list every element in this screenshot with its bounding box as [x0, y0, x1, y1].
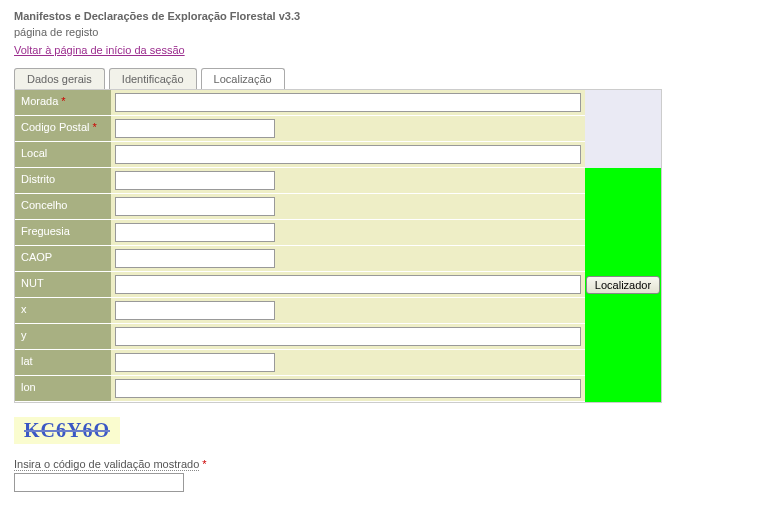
tabs: Dados gerais Identificação Localização: [14, 68, 749, 89]
form-panel: Morada * Codigo Postal * Local Distrito …: [14, 89, 662, 403]
label-x: x: [15, 298, 111, 324]
captcha-text: KC6Y6O: [24, 419, 110, 441]
input-distrito[interactable]: [115, 171, 275, 190]
input-concelho[interactable]: [115, 197, 275, 216]
input-y[interactable]: [115, 327, 581, 346]
input-local[interactable]: [115, 145, 581, 164]
validation-label: Insira o código de validação mostrado: [14, 458, 199, 471]
captcha-image: KC6Y6O: [14, 417, 120, 444]
tab-identificacao[interactable]: Identificação: [109, 68, 197, 89]
side-column: Localizador: [585, 90, 661, 402]
label-caop: CAOP: [15, 246, 111, 272]
input-freguesia[interactable]: [115, 223, 275, 242]
input-codigo-postal[interactable]: [115, 119, 275, 138]
tab-dados-gerais[interactable]: Dados gerais: [14, 68, 105, 89]
input-morada[interactable]: [115, 93, 581, 112]
input-nut[interactable]: [115, 275, 581, 294]
input-lat[interactable]: [115, 353, 275, 372]
label-morada: Morada *: [15, 90, 111, 116]
label-y: y: [15, 324, 111, 350]
label-freguesia: Freguesia: [15, 220, 111, 246]
page-title: Manifestos e Declarações de Exploração F…: [14, 10, 749, 22]
back-link[interactable]: Voltar à página de início da sessão: [14, 44, 185, 56]
label-nut: NUT: [15, 272, 111, 298]
input-lon[interactable]: [115, 379, 581, 398]
label-lon: lon: [15, 376, 111, 402]
label-distrito: Distrito: [15, 168, 111, 194]
label-concelho: Concelho: [15, 194, 111, 220]
page-subtitle: página de registo: [14, 26, 749, 38]
tab-localizacao[interactable]: Localização: [201, 68, 285, 89]
input-caop[interactable]: [115, 249, 275, 268]
label-local: Local: [15, 142, 111, 168]
label-codigo-postal: Codigo Postal *: [15, 116, 111, 142]
label-lat: lat: [15, 350, 111, 376]
localizador-button[interactable]: Localizador: [586, 276, 660, 294]
input-x[interactable]: [115, 301, 275, 320]
validation-input[interactable]: [14, 473, 184, 492]
